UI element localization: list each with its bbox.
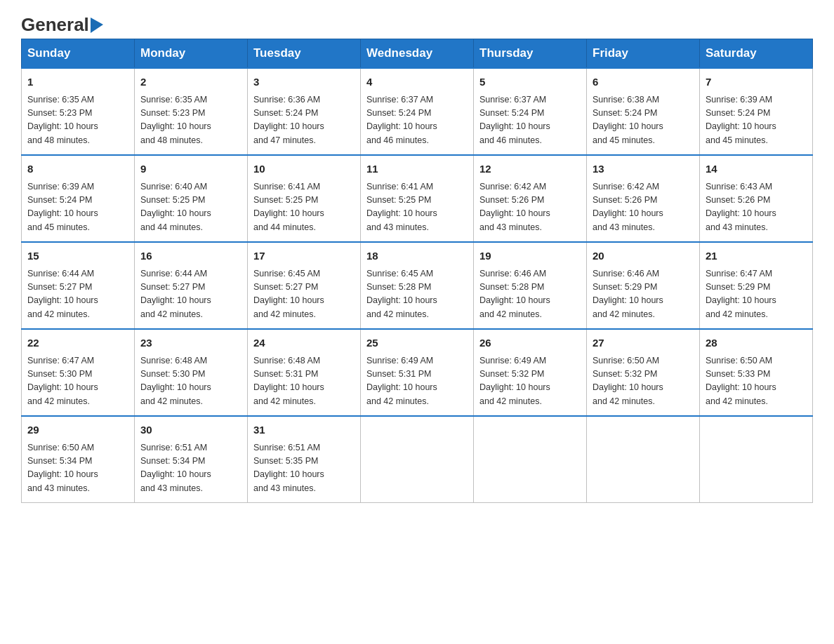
calendar-week-row: 1 Sunrise: 6:35 AM Sunset: 5:23 PM Dayli… bbox=[22, 68, 813, 155]
calendar-cell: 26 Sunrise: 6:49 AM Sunset: 5:32 PM Dayl… bbox=[474, 329, 587, 416]
day-number: 25 bbox=[366, 335, 468, 351]
day-header-friday: Friday bbox=[587, 39, 700, 69]
day-info: Sunrise: 6:44 AM Sunset: 5:27 PM Dayligh… bbox=[27, 267, 128, 322]
day-number: 9 bbox=[140, 161, 241, 177]
day-info: Sunrise: 6:35 AM Sunset: 5:23 PM Dayligh… bbox=[27, 93, 128, 148]
day-info: Sunrise: 6:50 AM Sunset: 5:33 PM Dayligh… bbox=[706, 354, 807, 409]
calendar-cell: 16 Sunrise: 6:44 AM Sunset: 5:27 PM Dayl… bbox=[135, 242, 248, 329]
calendar-cell: 14 Sunrise: 6:43 AM Sunset: 5:26 PM Dayl… bbox=[700, 155, 813, 242]
day-info: Sunrise: 6:51 AM Sunset: 5:35 PM Dayligh… bbox=[253, 441, 355, 496]
day-info: Sunrise: 6:36 AM Sunset: 5:24 PM Dayligh… bbox=[253, 93, 355, 148]
calendar-cell: 23 Sunrise: 6:48 AM Sunset: 5:30 PM Dayl… bbox=[135, 329, 248, 416]
day-number: 29 bbox=[27, 422, 128, 438]
day-info: Sunrise: 6:45 AM Sunset: 5:27 PM Dayligh… bbox=[253, 267, 355, 322]
day-number: 20 bbox=[593, 248, 694, 264]
calendar-cell: 18 Sunrise: 6:45 AM Sunset: 5:28 PM Dayl… bbox=[361, 242, 474, 329]
day-number: 24 bbox=[253, 335, 355, 351]
day-number: 3 bbox=[253, 74, 355, 90]
calendar-cell: 2 Sunrise: 6:35 AM Sunset: 5:23 PM Dayli… bbox=[135, 68, 248, 155]
calendar-cell: 25 Sunrise: 6:49 AM Sunset: 5:31 PM Dayl… bbox=[361, 329, 474, 416]
day-info: Sunrise: 6:48 AM Sunset: 5:30 PM Dayligh… bbox=[140, 354, 241, 409]
day-info: Sunrise: 6:46 AM Sunset: 5:29 PM Dayligh… bbox=[593, 267, 694, 322]
day-number: 12 bbox=[479, 161, 581, 177]
day-info: Sunrise: 6:35 AM Sunset: 5:23 PM Dayligh… bbox=[140, 93, 241, 148]
day-info: Sunrise: 6:41 AM Sunset: 5:25 PM Dayligh… bbox=[366, 180, 468, 235]
day-info: Sunrise: 6:47 AM Sunset: 5:30 PM Dayligh… bbox=[27, 354, 128, 409]
day-number: 21 bbox=[706, 248, 807, 264]
calendar-week-row: 29 Sunrise: 6:50 AM Sunset: 5:34 PM Dayl… bbox=[22, 416, 813, 503]
day-info: Sunrise: 6:39 AM Sunset: 5:24 PM Dayligh… bbox=[706, 93, 807, 148]
logo: General bbox=[21, 14, 103, 32]
day-number: 4 bbox=[366, 74, 468, 90]
day-number: 30 bbox=[140, 422, 241, 438]
day-header-wednesday: Wednesday bbox=[361, 39, 474, 69]
day-info: Sunrise: 6:38 AM Sunset: 5:24 PM Dayligh… bbox=[593, 93, 694, 148]
calendar-cell: 10 Sunrise: 6:41 AM Sunset: 5:25 PM Dayl… bbox=[248, 155, 361, 242]
calendar-cell: 21 Sunrise: 6:47 AM Sunset: 5:29 PM Dayl… bbox=[700, 242, 813, 329]
calendar-week-row: 22 Sunrise: 6:47 AM Sunset: 5:30 PM Dayl… bbox=[22, 329, 813, 416]
day-number: 10 bbox=[253, 161, 355, 177]
calendar-cell: 19 Sunrise: 6:46 AM Sunset: 5:28 PM Dayl… bbox=[474, 242, 587, 329]
calendar-cell: 30 Sunrise: 6:51 AM Sunset: 5:34 PM Dayl… bbox=[135, 416, 248, 503]
day-number: 27 bbox=[593, 335, 694, 351]
day-info: Sunrise: 6:49 AM Sunset: 5:31 PM Dayligh… bbox=[366, 354, 468, 409]
page-header: General bbox=[21, 14, 813, 32]
day-info: Sunrise: 6:40 AM Sunset: 5:25 PM Dayligh… bbox=[140, 180, 241, 235]
calendar-cell: 6 Sunrise: 6:38 AM Sunset: 5:24 PM Dayli… bbox=[587, 68, 700, 155]
calendar-cell: 9 Sunrise: 6:40 AM Sunset: 5:25 PM Dayli… bbox=[135, 155, 248, 242]
day-info: Sunrise: 6:41 AM Sunset: 5:25 PM Dayligh… bbox=[253, 180, 355, 235]
day-info: Sunrise: 6:39 AM Sunset: 5:24 PM Dayligh… bbox=[27, 180, 128, 235]
calendar-cell: 24 Sunrise: 6:48 AM Sunset: 5:31 PM Dayl… bbox=[248, 329, 361, 416]
calendar-week-row: 8 Sunrise: 6:39 AM Sunset: 5:24 PM Dayli… bbox=[22, 155, 813, 242]
day-info: Sunrise: 6:37 AM Sunset: 5:24 PM Dayligh… bbox=[479, 93, 581, 148]
day-info: Sunrise: 6:43 AM Sunset: 5:26 PM Dayligh… bbox=[706, 180, 807, 235]
calendar-cell: 15 Sunrise: 6:44 AM Sunset: 5:27 PM Dayl… bbox=[22, 242, 135, 329]
day-number: 13 bbox=[593, 161, 694, 177]
logo-triangle-icon bbox=[91, 18, 103, 33]
day-header-sunday: Sunday bbox=[22, 39, 135, 69]
calendar-cell: 17 Sunrise: 6:45 AM Sunset: 5:27 PM Dayl… bbox=[248, 242, 361, 329]
calendar-table: SundayMondayTuesdayWednesdayThursdayFrid… bbox=[21, 39, 813, 503]
calendar-cell: 29 Sunrise: 6:50 AM Sunset: 5:34 PM Dayl… bbox=[22, 416, 135, 503]
calendar-cell: 8 Sunrise: 6:39 AM Sunset: 5:24 PM Dayli… bbox=[22, 155, 135, 242]
day-number: 18 bbox=[366, 248, 468, 264]
calendar-cell: 7 Sunrise: 6:39 AM Sunset: 5:24 PM Dayli… bbox=[700, 68, 813, 155]
day-number: 15 bbox=[27, 248, 128, 264]
calendar-cell: 12 Sunrise: 6:42 AM Sunset: 5:26 PM Dayl… bbox=[474, 155, 587, 242]
logo-general-text: General bbox=[21, 14, 89, 36]
calendar-header-row: SundayMondayTuesdayWednesdayThursdayFrid… bbox=[22, 39, 813, 69]
calendar-week-row: 15 Sunrise: 6:44 AM Sunset: 5:27 PM Dayl… bbox=[22, 242, 813, 329]
day-number: 11 bbox=[366, 161, 468, 177]
day-number: 22 bbox=[27, 335, 128, 351]
day-number: 2 bbox=[140, 74, 241, 90]
calendar-cell: 27 Sunrise: 6:50 AM Sunset: 5:32 PM Dayl… bbox=[587, 329, 700, 416]
day-number: 31 bbox=[253, 422, 355, 438]
day-info: Sunrise: 6:45 AM Sunset: 5:28 PM Dayligh… bbox=[366, 267, 468, 322]
calendar-cell: 3 Sunrise: 6:36 AM Sunset: 5:24 PM Dayli… bbox=[248, 68, 361, 155]
calendar-cell: 4 Sunrise: 6:37 AM Sunset: 5:24 PM Dayli… bbox=[361, 68, 474, 155]
calendar-cell bbox=[700, 416, 813, 503]
day-number: 8 bbox=[27, 161, 128, 177]
day-info: Sunrise: 6:49 AM Sunset: 5:32 PM Dayligh… bbox=[479, 354, 581, 409]
day-number: 5 bbox=[479, 74, 581, 90]
day-info: Sunrise: 6:50 AM Sunset: 5:34 PM Dayligh… bbox=[27, 441, 128, 496]
day-info: Sunrise: 6:48 AM Sunset: 5:31 PM Dayligh… bbox=[253, 354, 355, 409]
day-header-thursday: Thursday bbox=[474, 39, 587, 69]
day-number: 16 bbox=[140, 248, 241, 264]
calendar-cell: 31 Sunrise: 6:51 AM Sunset: 5:35 PM Dayl… bbox=[248, 416, 361, 503]
calendar-cell: 11 Sunrise: 6:41 AM Sunset: 5:25 PM Dayl… bbox=[361, 155, 474, 242]
day-number: 1 bbox=[27, 74, 128, 90]
calendar-cell: 22 Sunrise: 6:47 AM Sunset: 5:30 PM Dayl… bbox=[22, 329, 135, 416]
day-header-tuesday: Tuesday bbox=[248, 39, 361, 69]
day-info: Sunrise: 6:47 AM Sunset: 5:29 PM Dayligh… bbox=[706, 267, 807, 322]
logo-row1: General bbox=[21, 14, 103, 36]
calendar-cell: 20 Sunrise: 6:46 AM Sunset: 5:29 PM Dayl… bbox=[587, 242, 700, 329]
svg-marker-0 bbox=[91, 18, 103, 33]
calendar-body: 1 Sunrise: 6:35 AM Sunset: 5:23 PM Dayli… bbox=[22, 68, 813, 503]
day-info: Sunrise: 6:46 AM Sunset: 5:28 PM Dayligh… bbox=[479, 267, 581, 322]
day-header-monday: Monday bbox=[135, 39, 248, 69]
calendar-cell: 1 Sunrise: 6:35 AM Sunset: 5:23 PM Dayli… bbox=[22, 68, 135, 155]
day-info: Sunrise: 6:50 AM Sunset: 5:32 PM Dayligh… bbox=[593, 354, 694, 409]
day-number: 23 bbox=[140, 335, 241, 351]
day-info: Sunrise: 6:42 AM Sunset: 5:26 PM Dayligh… bbox=[593, 180, 694, 235]
